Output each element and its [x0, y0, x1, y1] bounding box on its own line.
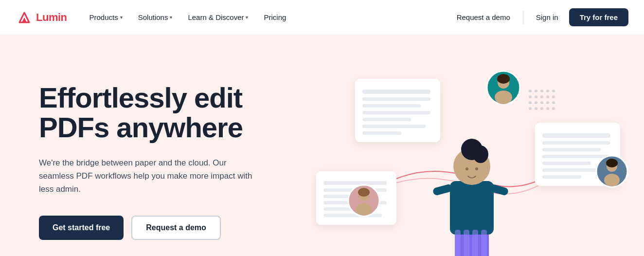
- svg-rect-47: [472, 230, 478, 256]
- svg-point-26: [497, 74, 510, 84]
- svg-point-58: [552, 95, 555, 98]
- svg-rect-1: [362, 90, 430, 94]
- nav-pricing[interactable]: Pricing: [257, 9, 293, 25]
- svg-point-57: [546, 95, 549, 98]
- logo-icon: [16, 9, 33, 26]
- nav-products[interactable]: Products ▾: [83, 9, 129, 25]
- svg-point-63: [552, 101, 555, 104]
- svg-rect-17: [323, 181, 387, 185]
- svg-point-30: [358, 188, 370, 197]
- svg-point-25: [495, 91, 512, 104]
- svg-point-60: [535, 101, 537, 104]
- svg-point-68: [552, 107, 555, 110]
- svg-point-40: [473, 146, 488, 163]
- nav-divider: [523, 11, 523, 24]
- svg-point-34: [606, 159, 618, 167]
- navbar: Lumin Products ▾ Solutions ▾ Learn & Dis…: [0, 0, 644, 35]
- svg-point-50: [535, 90, 537, 92]
- chevron-down-icon: ▾: [246, 15, 248, 20]
- nav-solutions[interactable]: Solutions ▾: [131, 9, 179, 25]
- svg-rect-4: [362, 111, 430, 114]
- get-started-button[interactable]: Get started free: [39, 216, 124, 240]
- svg-point-55: [535, 95, 537, 98]
- svg-rect-9: [542, 133, 610, 138]
- svg-point-42: [475, 167, 478, 170]
- svg-rect-37: [450, 181, 494, 235]
- svg-point-53: [552, 90, 555, 92]
- svg-rect-10: [542, 141, 610, 145]
- hero-subtitle: We're the bridge between paper and the c…: [39, 156, 253, 196]
- logo[interactable]: Lumin: [16, 9, 67, 26]
- request-demo-button[interactable]: Request a demo: [450, 9, 517, 25]
- svg-rect-5: [362, 118, 411, 121]
- svg-rect-43: [432, 183, 453, 196]
- svg-point-51: [540, 90, 543, 92]
- svg-point-49: [529, 90, 532, 92]
- svg-rect-2: [362, 97, 430, 101]
- svg-point-41: [465, 167, 468, 170]
- svg-rect-48: [481, 230, 487, 256]
- svg-rect-12: [542, 155, 610, 158]
- svg-rect-13: [542, 162, 591, 165]
- svg-rect-11: [542, 148, 601, 151]
- svg-rect-15: [542, 175, 581, 179]
- hero-buttons: Get started free Request a demo: [39, 216, 292, 240]
- svg-rect-6: [362, 125, 426, 128]
- svg-point-64: [529, 107, 532, 110]
- hero-illustration: [311, 64, 642, 256]
- svg-point-56: [540, 95, 543, 98]
- nav-links: Products ▾ Solutions ▾ Learn & Discover …: [83, 9, 450, 25]
- svg-rect-3: [362, 104, 421, 108]
- svg-point-52: [546, 90, 549, 92]
- svg-rect-46: [464, 230, 469, 256]
- svg-point-62: [546, 101, 549, 104]
- nav-learn[interactable]: Learn & Discover ▾: [181, 9, 255, 25]
- hero-content: Effortlessly edit PDFs anywhere We're th…: [39, 83, 292, 239]
- chevron-down-icon: ▾: [170, 15, 172, 20]
- svg-point-59: [529, 101, 532, 104]
- try-for-free-button[interactable]: Try for free: [569, 8, 628, 26]
- svg-point-66: [540, 107, 543, 110]
- svg-point-33: [604, 174, 620, 186]
- sign-in-button[interactable]: Sign in: [529, 9, 565, 25]
- svg-point-61: [540, 101, 543, 104]
- hero-section: Effortlessly edit PDFs anywhere We're th…: [0, 35, 644, 256]
- illustration-svg: [311, 64, 642, 256]
- nav-right: Request a demo Sign in Try for free: [450, 8, 628, 26]
- chevron-down-icon: ▾: [120, 15, 123, 20]
- hero-request-demo-button[interactable]: Request a demo: [131, 216, 221, 240]
- logo-text: Lumin: [36, 11, 67, 24]
- svg-point-29: [356, 203, 372, 216]
- svg-rect-45: [455, 230, 461, 256]
- svg-rect-22: [323, 214, 382, 217]
- svg-point-65: [535, 107, 537, 110]
- svg-point-67: [546, 107, 549, 110]
- svg-point-54: [529, 95, 532, 98]
- hero-title: Effortlessly edit PDFs anywhere: [39, 83, 292, 143]
- svg-rect-7: [362, 131, 401, 135]
